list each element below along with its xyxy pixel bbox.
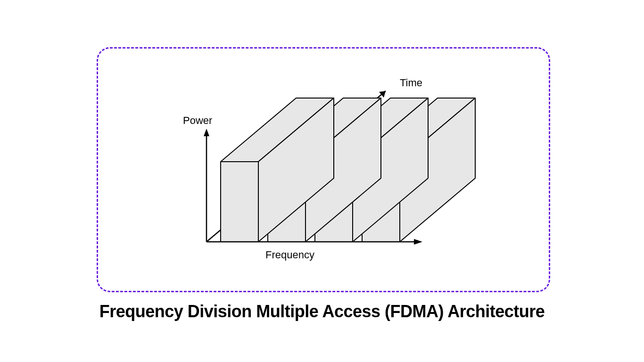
power-axis xyxy=(204,129,209,242)
frequency-axis-label: Frequency xyxy=(265,249,314,261)
fdma-diagram-svg: Time xyxy=(98,49,552,294)
diagram-caption: Frequency Division Multiple Access (FDMA… xyxy=(0,302,644,321)
svg-marker-13 xyxy=(221,162,258,242)
diagram-frame: Time xyxy=(97,47,550,292)
time-axis-label: Time xyxy=(400,77,422,89)
power-axis-label: Power xyxy=(183,115,212,126)
svg-marker-1 xyxy=(379,91,386,98)
svg-marker-15 xyxy=(204,129,209,136)
diagram-canvas: Time xyxy=(98,49,549,291)
svg-marker-17 xyxy=(414,239,422,245)
page: Time xyxy=(0,0,644,362)
